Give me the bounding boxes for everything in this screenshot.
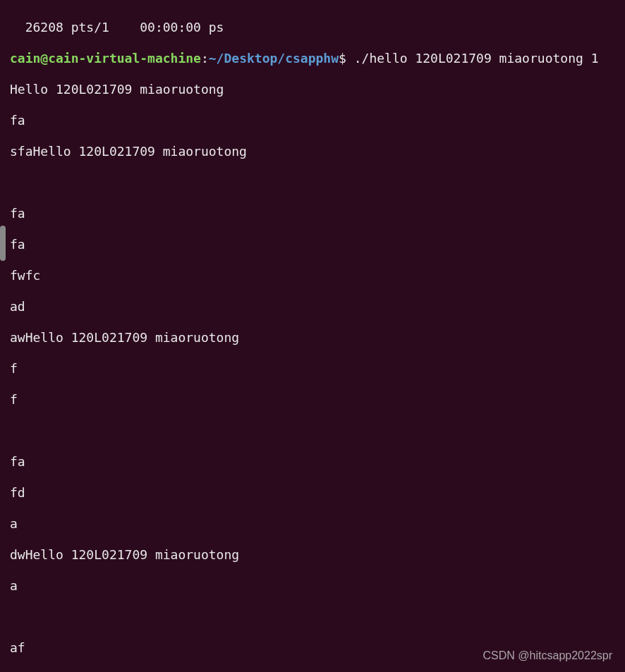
output-line: f (10, 361, 615, 377)
output-line (10, 423, 615, 439)
output-line: dwHello 120L021709 miaoruotong (10, 547, 615, 563)
output-line: fa (10, 206, 615, 221)
output-line: fa (10, 113, 615, 128)
output-line: Hello 120L021709 miaoruotong (10, 82, 615, 97)
output-line: f (10, 392, 615, 408)
output-line: fd (10, 485, 615, 501)
command-text: ./hello 120L021709 miaoruotong 1 (354, 51, 599, 66)
watermark-text: CSDN @hitcsapp2022spr (483, 648, 612, 664)
terminal-output[interactable]: 26208 pts/1 00:00:00 ps cain@cain-virtua… (0, 0, 625, 672)
ps-output-line: 26208 pts/1 00:00:00 ps (10, 20, 615, 35)
prompt-dollar: $ (339, 51, 354, 66)
output-line: fa (10, 237, 615, 252)
output-line: a (10, 516, 615, 532)
output-line (10, 609, 615, 625)
output-line: sfaHello 120L021709 miaoruotong (10, 144, 615, 159)
prompt-colon: : (201, 51, 209, 66)
output-line: ad (10, 299, 615, 314)
output-line: fa (10, 454, 615, 470)
prompt-user: cain@cain-virtual-machine (10, 51, 201, 66)
output-line: a (10, 578, 615, 594)
output-line: awHello 120L021709 miaoruotong (10, 330, 615, 346)
prompt-path: ~/Desktop/csapphw (209, 51, 339, 66)
output-line: fwfc (10, 268, 615, 283)
output-line (10, 175, 615, 190)
prompt-line: cain@cain-virtual-machine:~/Desktop/csap… (10, 51, 615, 66)
